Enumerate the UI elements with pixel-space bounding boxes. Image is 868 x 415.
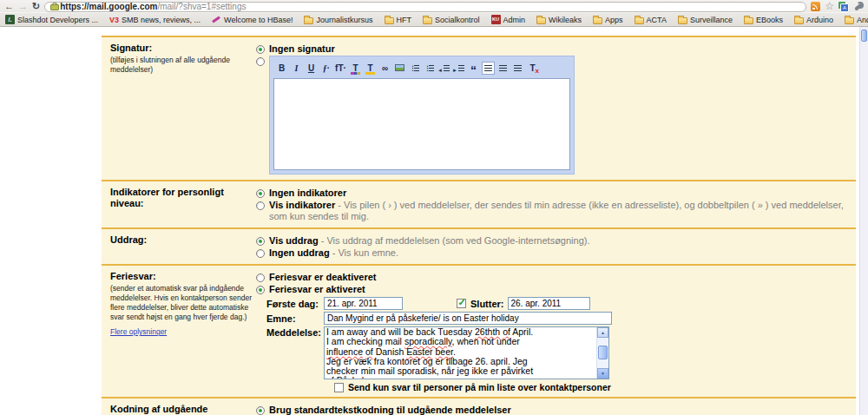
bookmark-hbase[interactable]: Welcome to HBase! — [212, 15, 293, 24]
radio-vacation-on[interactable] — [256, 286, 265, 294]
highlight-color-icon[interactable]: T — [364, 62, 377, 75]
ends-input[interactable] — [508, 297, 590, 310]
contacts-only-option[interactable]: Send kun svar til personer på min liste … — [334, 382, 849, 392]
blockquote-icon[interactable]: “ — [467, 62, 480, 75]
bookmark-v3[interactable]: V3SMB news, reviews, ... — [109, 16, 201, 24]
indicators-option-show[interactable]: Vis indikatorer - Vis pilen ( › ) ved me… — [256, 200, 849, 222]
align-left-icon[interactable] — [482, 62, 495, 75]
remove-formatting-icon[interactable]: T — [526, 62, 539, 75]
vacation-dates-row: Første dag: Slutter: — [266, 297, 849, 310]
vacation-label: Feriesvar: — [110, 271, 249, 282]
bold-icon[interactable]: B — [275, 62, 288, 75]
bookmarks-bar: /.Slashdot Developers ... V3SMB news, re… — [0, 12, 868, 26]
https-lock-icon — [50, 3, 57, 10]
signature-editor: B I U ƒ· fT· T T ∞ — [269, 56, 575, 175]
forward-button[interactable]: → — [18, 2, 28, 11]
folder-icon — [385, 17, 394, 24]
v3-icon: V3 — [109, 16, 119, 24]
radio-show-indicators[interactable] — [256, 201, 265, 210]
bookmark-admin[interactable]: KUAdmin — [491, 15, 526, 24]
link-icon[interactable]: ∞ — [378, 62, 391, 75]
font-icon[interactable]: ƒ· — [319, 62, 332, 75]
bookmark-ebooks[interactable]: EBooks — [744, 16, 783, 24]
radio-custom-signature[interactable] — [256, 57, 265, 66]
bookmark-hft[interactable]: HFT — [385, 16, 412, 24]
section-indicators: Indikatorer for personligt niveau: Ingen… — [102, 180, 856, 227]
url-text[interactable]: https://mail.google.com/mail/?shva=1#set… — [60, 3, 246, 11]
back-button[interactable]: ← — [4, 2, 14, 11]
ends-label: Slutter: — [470, 299, 504, 309]
contacts-only-checkbox[interactable] — [334, 383, 344, 392]
encoding-default-option[interactable]: Brug standardtekstkodning til udgående m… — [256, 405, 849, 415]
first-day-input[interactable] — [324, 297, 403, 310]
numbered-list-icon[interactable] — [408, 62, 421, 75]
italic-icon[interactable]: I — [290, 62, 303, 75]
gmail-settings-page: Signatur: (tilføjes i slutningen af alle… — [0, 27, 868, 415]
bookmark-slashdot[interactable]: /.Slashdot Developers ... — [5, 15, 98, 24]
scroll-thumb[interactable] — [598, 346, 608, 359]
vacation-message-text[interactable]: I am away and will be back Tuesday 26tht… — [325, 327, 596, 379]
radio-no-snippets[interactable] — [256, 249, 265, 258]
snippets-option-show[interactable]: Vis uddrag - Vis uddrag af meddelelsen (… — [256, 235, 849, 247]
reload-button[interactable]: ↻ — [32, 2, 40, 11]
text-color-icon[interactable]: T — [349, 62, 362, 75]
underline-icon[interactable]: U — [305, 62, 318, 75]
vacation-more-link[interactable]: Flere oplysninger — [110, 327, 167, 336]
browser-chrome: ← → ↻ https://mail.google.com/mail/?shva… — [0, 0, 868, 27]
address-bar[interactable]: https://mail.google.com/mail/?shva=1#set… — [44, 2, 806, 12]
vacation-off-option[interactable]: Feriesvar er deaktiveret — [256, 272, 849, 283]
folder-icon — [423, 17, 432, 24]
font-size-icon[interactable]: fT· — [334, 62, 347, 75]
settings-panel: Signatur: (tilføjes i slutningen af alle… — [102, 36, 856, 415]
folder-icon — [678, 17, 687, 24]
bookmark-surveillance[interactable]: Surveillance — [678, 16, 733, 24]
vacation-message-textarea[interactable]: I am away and will be back Tuesday 26tht… — [324, 326, 609, 379]
scroll-up-icon[interactable]: ▲ — [597, 327, 608, 338]
bookmark-acta[interactable]: ACTA — [635, 16, 667, 24]
address-row: ← → ↻ https://mail.google.com/mail/?shva… — [0, 0, 868, 12]
radio-no-indicators[interactable] — [256, 189, 265, 198]
message-label: Meddelelse: — [266, 326, 324, 338]
indent-icon[interactable] — [452, 62, 465, 75]
bookmark-arduino[interactable]: Arduino — [794, 16, 833, 24]
radio-show-snippets[interactable] — [256, 237, 265, 246]
encoding-label: Kodning af udgående meddelelse: — [110, 404, 249, 415]
folder-icon — [593, 17, 602, 24]
folder-icon — [845, 17, 854, 24]
ends-checkbox[interactable] — [457, 299, 466, 308]
bookmark-journalistkursus[interactable]: Journalistkursus — [304, 16, 372, 24]
page-scrollbar[interactable] — [859, 27, 868, 415]
insert-image-icon[interactable] — [393, 62, 406, 75]
align-center-icon[interactable] — [496, 62, 510, 75]
other-bookmarks-button[interactable]: Andre bogmærker — [845, 16, 868, 24]
signature-text-area[interactable] — [273, 78, 570, 170]
bookmark-socialkontrol[interactable]: Socialkontrol — [423, 16, 480, 24]
scroll-down-icon[interactable]: ▼ — [597, 368, 608, 379]
bullet-list-icon[interactable] — [423, 62, 436, 75]
section-encoding: Kodning af udgående meddelelse: Flere op… — [102, 397, 856, 415]
page-scrollbar-thumb[interactable] — [861, 30, 867, 42]
indicators-option-none[interactable]: Ingen indikatorer — [256, 188, 849, 199]
url-origin: https://mail.google.com — [60, 2, 157, 11]
bookmark-apps[interactable]: Apps — [593, 16, 623, 24]
align-right-icon[interactable] — [511, 62, 524, 75]
wrench-menu-icon[interactable] — [853, 2, 864, 12]
vacation-on-option[interactable]: Feriesvar er aktiveret — [256, 284, 849, 295]
bookmark-star-icon[interactable]: ☆ — [825, 2, 834, 11]
translate-icon[interactable] — [838, 2, 849, 12]
outdent-icon[interactable] — [437, 62, 450, 75]
editor-toolbar: B I U ƒ· fT· T T ∞ — [273, 60, 570, 76]
bookmark-wikileaks[interactable]: Wikileaks — [536, 16, 582, 24]
radio-default-encoding[interactable] — [256, 406, 265, 415]
section-vacation: Feriesvar: (sender et automatisk svar på… — [102, 264, 856, 397]
subject-input[interactable] — [324, 312, 612, 325]
radio-no-signature[interactable] — [256, 45, 265, 54]
signature-none-option[interactable]: Ingen signatur — [256, 43, 849, 55]
folder-icon — [536, 17, 546, 24]
snippets-option-none[interactable]: Ingen uddrag - Vis kun emne. — [256, 247, 849, 259]
section-signature: Signatur: (tilføjes i slutningen af alle… — [102, 36, 856, 180]
rss-icon[interactable] — [811, 2, 820, 11]
first-day-label: Første dag: — [266, 299, 324, 309]
radio-vacation-off[interactable] — [256, 273, 265, 282]
subject-label: Emne: — [266, 313, 324, 324]
